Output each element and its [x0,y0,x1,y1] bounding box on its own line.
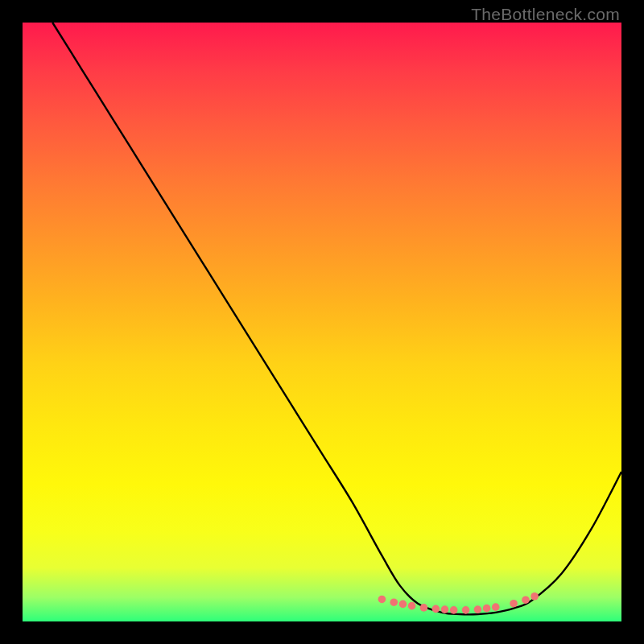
highlight-dot [441,605,449,613]
highlight-dot [530,592,539,601]
highlight-dot [378,596,386,604]
highlight-dot [522,596,530,604]
highlight-dot [420,604,428,612]
highlight-dot [462,606,470,614]
highlight-dot [399,601,407,609]
highlight-dot [432,605,440,613]
highlight-dot [390,598,398,606]
curve-layer [23,23,621,621]
bottleneck-curve [52,23,621,614]
trough-dots [378,592,539,614]
highlight-dot [474,605,482,613]
chart-canvas: TheBottleneck.com [0,0,644,644]
highlight-dot [450,606,458,614]
watermark-text: TheBottleneck.com [471,5,620,24]
highlight-dot [483,605,491,613]
highlight-dot [510,600,518,608]
highlight-dot [408,602,416,610]
plot-area [23,23,621,621]
highlight-dot [492,603,500,611]
